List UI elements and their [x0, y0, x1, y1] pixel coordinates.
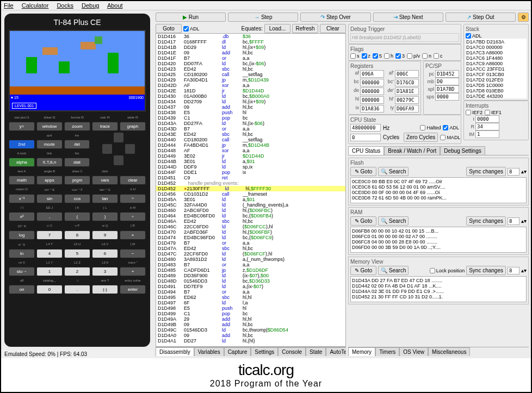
disasm-line[interactable]: D1D42D AFxora,a	[156, 83, 345, 88]
disasm-line[interactable]: D1D499 C1popbc	[156, 311, 345, 316]
calc-key-2nd[interactable]: 2nd	[9, 140, 35, 149]
calc-key-1[interactable]: 1	[36, 267, 63, 276]
dpad[interactable]	[102, 133, 135, 165]
reg-bcp[interactable]	[395, 79, 419, 86]
calc-key-zoom[interactable]: zoom	[64, 122, 90, 131]
calc-key-4[interactable]: 4	[36, 249, 63, 258]
disasm-line[interactable]: D1D46C 22CC6FD0ld($D06FCC),hl	[156, 224, 345, 229]
reg-iy[interactable]	[395, 105, 419, 113]
calc-key-x[interactable]: x²	[9, 212, 35, 221]
disasm-line[interactable]: D1D49C 01546DD3ldbc,thwomp|$D86D54	[156, 327, 345, 333]
calc-key-window[interactable]: window	[36, 122, 63, 131]
flash-bytes-input[interactable]	[508, 168, 519, 176]
flag-n[interactable]	[422, 53, 428, 59]
ief1-checkbox[interactable]	[485, 110, 490, 115]
calc-key-9[interactable]: 9	[92, 230, 118, 240]
menu-file[interactable]: File	[4, 2, 14, 9]
lock-position-checkbox[interactable]	[430, 268, 435, 273]
disasm-line[interactable]: D1D416 36.db$36	[156, 34, 345, 39]
reg-im[interactable]	[475, 130, 499, 138]
disasm-line[interactable]: D1D47A ED42sbchl,bc	[156, 246, 345, 251]
tab-memory[interactable]: Memory	[348, 347, 375, 356]
reg-spl[interactable]	[435, 85, 459, 93]
calc-key-enter[interactable]: enter	[120, 285, 146, 294]
calc-key-del[interactable]: del	[64, 140, 90, 149]
disasm-line[interactable]: D1D444 FA4BD4D1jpm,$D1D44B	[156, 142, 345, 148]
calc-key-prgm[interactable]: prgm	[64, 176, 90, 185]
cpu-cycles-input[interactable]	[350, 134, 381, 141]
disasm-line[interactable]: D1D456 CD1031D2call__frameset	[156, 191, 345, 197]
disasm-line[interactable]: D1D452 handle pending events:	[156, 180, 345, 186]
disasm-line[interactable]: D1D43D B7ora,a	[156, 126, 345, 132]
disasm-line[interactable]: D1D483 B7ora,a	[156, 262, 345, 267]
disassembly-list[interactable]: D1D416 36.db$36D1D417 0168FFFFdlbc,$FFFF…	[156, 33, 346, 347]
ram-dump[interactable]: D06FB8 00 00 00 10 42 01 00 15 ....B...D…	[350, 227, 527, 253]
menu-calculator[interactable]: Calculator	[22, 2, 49, 9]
calc-key-[interactable]: +	[120, 267, 146, 276]
disasm-line[interactable]: D1D449 3E02jr$D1D44D	[156, 153, 345, 159]
menu-about[interactable]: About	[107, 2, 123, 9]
disasm-line[interactable]: D1D479 B7ora,a	[156, 240, 345, 246]
reg-r[interactable]	[475, 123, 499, 130]
calc-key-[interactable]: .	[64, 285, 90, 294]
calc-key-tan[interactable]: tan	[92, 194, 118, 203]
disasm-line[interactable]: D1D45A 3E01lda,$01	[156, 197, 345, 202]
stepover-button[interactable]: ↷ Step Over	[300, 13, 370, 22]
zero-cycles-button[interactable]: Zero Cycles	[404, 133, 438, 142]
disasm-line[interactable]: D1D420 DD07FAldbc,(ix-$06)	[156, 61, 345, 66]
disasm-line[interactable]: D1D489 DD36F900ld(ix-$07),$00	[156, 273, 345, 278]
disasm-line[interactable]: D1D49B 09addhl,bc	[156, 322, 345, 327]
disasm-line[interactable]: D1D452● 2130FFFFldhl,$FFFF30	[156, 186, 345, 191]
refresh-button[interactable]: Refresh	[292, 24, 318, 33]
disasm-line[interactable]: D1D439 C1popbc	[156, 115, 345, 121]
reg-i[interactable]	[475, 115, 499, 123]
load-button[interactable]: Load...	[264, 24, 290, 33]
calc-key-X,T,θ,n[interactable]: X,T,θ,n	[36, 158, 63, 167]
disasm-line[interactable]: D1D460 2ABC6FD0ldhl,($D06FBC)	[156, 208, 345, 213]
ief2-checkbox[interactable]	[466, 110, 471, 115]
disasm-line[interactable]: D1D480 3A8931D2lda,(_num_thwomps)	[156, 257, 345, 262]
calc-key-[interactable]: ^	[120, 194, 146, 203]
calc-key-[interactable]: −	[120, 249, 146, 258]
disasm-goto-button[interactable]: Goto	[156, 24, 182, 33]
ram-goto-button[interactable]: ✎ Goto	[350, 216, 376, 226]
disasm-line[interactable]: D1D448 AFxora,a	[156, 148, 345, 153]
flag-s[interactable]	[350, 53, 356, 59]
ram-bytes-input[interactable]	[508, 217, 519, 225]
view-bytes-input[interactable]	[508, 267, 519, 275]
cpu-freq-input[interactable]	[350, 124, 381, 132]
reg-pc[interactable]	[435, 70, 459, 78]
calc-key-graph[interactable]: graph	[120, 122, 146, 131]
calc-key-x[interactable]: x⁻¹	[9, 194, 35, 203]
disasm-line[interactable]: D1D470 2ABFD36Fldhl,($D06FBF)	[156, 229, 345, 235]
calc-key-on[interactable]: on	[9, 285, 35, 294]
tab-settings[interactable]: Settings	[251, 347, 278, 356]
calc-key-clear[interactable]: clear	[120, 176, 146, 185]
calc-key-[interactable]: ÷	[120, 212, 146, 221]
flag-5[interactable]	[373, 53, 378, 59]
reg-af[interactable]	[360, 70, 384, 78]
tab-timers[interactable]: Timers	[375, 347, 399, 356]
view-goto-button[interactable]: ✎ Goto	[350, 266, 376, 275]
disasm-line[interactable]: D1D434 DD2709ldhl,(ix+$09)	[156, 99, 345, 104]
calc-key-vars[interactable]: vars	[92, 176, 118, 185]
disasm-line[interactable]: D1D48D 01546DD3ldbc,$D36D33	[156, 278, 345, 284]
flash-search-button[interactable]: 🔍 Search	[378, 167, 409, 176]
calc-key-apps[interactable]: apps	[36, 176, 63, 185]
disasm-line[interactable]: D1D474 ED4BC96FD0ldbc,($D06FC9)	[156, 235, 345, 240]
flash-goto-button[interactable]: ✎ Goto	[350, 167, 376, 176]
disasm-line[interactable]: D1D44F DDE1popix	[156, 170, 345, 175]
clear-button[interactable]: Clear	[320, 24, 346, 33]
ram-search-button[interactable]: 🔍 Search	[378, 216, 409, 226]
disasm-line[interactable]: D1D464 ED4BC06FD0ldbc,($D06FB4)	[156, 213, 345, 219]
disasm-line[interactable]: D1D4A1 DD27ldhl,(hl)	[156, 338, 345, 344]
disasm-line[interactable]: D1D45C 32FA44D0ld(_handling_events),a	[156, 202, 345, 208]
stepper-icon[interactable]: ▴▾	[521, 267, 527, 273]
disasm-line[interactable]: D1D44B 3E01lda,$01	[156, 159, 345, 164]
calc-key-sin[interactable]: sin	[36, 194, 63, 203]
stepper-icon[interactable]: ▴▾	[521, 218, 527, 224]
run-button[interactable]: ▶ Run	[156, 13, 226, 22]
view-search-button[interactable]: 🔍 Search	[378, 266, 409, 275]
disasm-line[interactable]: D1D423 ED42sbchl,bc	[156, 66, 345, 72]
calc-key-6[interactable]: 6	[92, 249, 118, 258]
